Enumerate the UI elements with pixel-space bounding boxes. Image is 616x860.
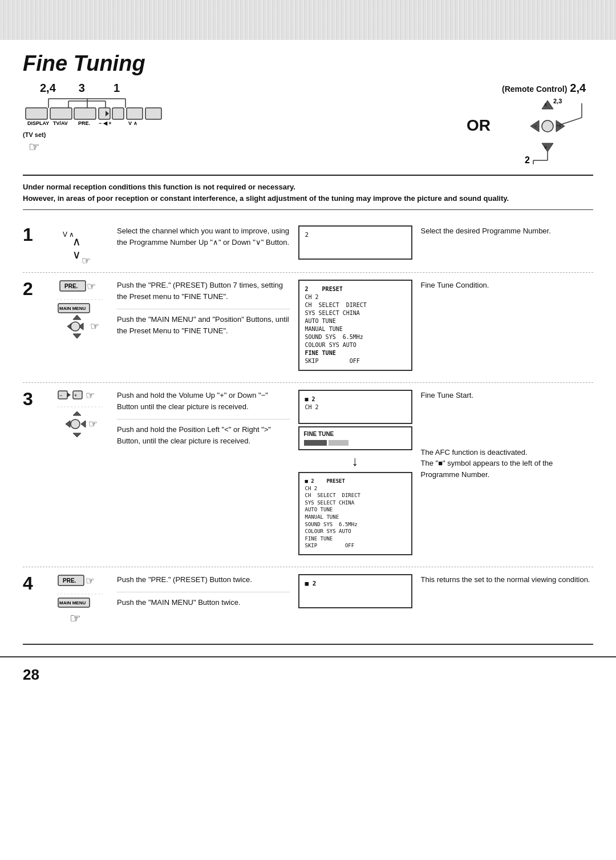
step-3-number: 3: [23, 390, 46, 408]
step-3-icons-svg: − + ☞ ☞: [57, 390, 103, 458]
svg-text:PRE.: PRE.: [78, 120, 90, 126]
label-1: 1: [114, 82, 120, 95]
step-3-description: Push and hold the Volume Up "+" or Down …: [117, 390, 290, 446]
svg-text:☞: ☞: [82, 255, 91, 265]
svg-text:☞: ☞: [86, 390, 95, 401]
sb4: SYS SELECT CHINA: [305, 499, 406, 507]
channel-buttons-icon: V ∧ ∧ ∨ ☞: [60, 225, 100, 265]
step-2-icons: PRE. ☞ MAIN MENU ☞: [51, 280, 108, 342]
svg-marker-62: [73, 433, 81, 437]
svg-text:PRE.: PRE.: [63, 578, 76, 584]
svg-text:−  ◀ +: − ◀ +: [99, 120, 112, 126]
s3l2: CH 2: [305, 403, 406, 411]
step-1-result: Select the desired Programme Number.: [421, 225, 594, 237]
step-4-sub2: Push the "MAIN MENU" Button twice.: [117, 592, 290, 608]
sb8: COLOUR SYS AUTO: [305, 528, 406, 535]
step-4-icons: PRE. ☞ MAIN MENU ☞: [51, 574, 108, 637]
top-pattern: [0, 0, 616, 40]
label-3: 3: [79, 82, 85, 95]
svg-point-26: [542, 120, 553, 132]
svg-text:+: +: [74, 393, 77, 398]
svg-text:PRE.: PRE.: [64, 283, 78, 289]
svg-line-31: [556, 118, 582, 126]
svg-marker-49: [73, 334, 81, 338]
svg-text:☞: ☞: [90, 321, 99, 332]
step-2-screen-box: 2 PRESET CH 2 CH SELECT DIRECT SYS SELEC…: [298, 280, 412, 371]
step-3-icons: − + ☞ ☞: [51, 390, 108, 458]
step-2-result: Fine Tune Condition.: [421, 280, 594, 291]
svg-rect-9: [74, 108, 96, 119]
sb6: MANUAL TUNE: [305, 514, 406, 521]
step-2-number: 2: [23, 280, 46, 298]
step-1: 1 V ∧ ∧ ∨ ☞ Select the channel which you…: [23, 219, 593, 273]
svg-text:∨: ∨: [544, 144, 548, 150]
sl1: 2 PRESET: [305, 285, 406, 293]
tv-set-svg: DISPLAY TV/AV PRE. − ◀ + V ∧: [23, 98, 194, 129]
description-text: Under normal reception conditions this f…: [23, 181, 593, 210]
svg-rect-12: [112, 108, 124, 119]
step-1-screen-box: 2: [298, 225, 412, 260]
svg-text:∧: ∧: [72, 235, 81, 248]
diagram-labels: 2,4 3 1: [23, 82, 455, 95]
step-4-sub1: Push the "PRE." (PRESET) Button twice.: [117, 574, 290, 586]
svg-text:∨: ∨: [72, 248, 81, 261]
tv-set-label: (TV set): [23, 131, 455, 138]
sb2: CH 2: [305, 485, 406, 492]
svg-rect-14: [145, 108, 161, 119]
page-wrapper: Fine Tuning 2,4 3 1: [0, 0, 616, 860]
step-2: 2 PRE. ☞ MAIN MENU: [23, 273, 593, 383]
step-3-result-main: Fine Tune Start.: [421, 390, 594, 401]
svg-marker-61: [81, 421, 86, 427]
step-2-screen: 2 PRESET CH 2 CH SELECT DIRECT SYS SELEC…: [298, 280, 412, 376]
sl8: COLOUR SYS AUTO: [305, 341, 406, 349]
step-1-number: 1: [23, 225, 46, 244]
bar-filled: [304, 440, 327, 446]
step-2-description: Push the "PRE." (PRESET) Button 7 times,…: [117, 280, 290, 336]
sl9: FINE TUNE: [305, 349, 406, 357]
svg-text:∧: ∧: [544, 102, 548, 107]
page-footer: 28: [0, 656, 616, 692]
sb7: SOUND SYS 6.5MHz: [305, 521, 406, 528]
svg-rect-8: [50, 108, 72, 119]
sl2: CH 2: [305, 293, 406, 301]
remote-control-svg: 2,3 2 ∧ ＜ ＞ ∨: [502, 95, 593, 169]
step-1-icons: V ∧ ∧ ∨ ☞: [51, 225, 108, 265]
page-title: Fine Tuning: [23, 51, 593, 76]
svg-text:MAIN MENU: MAIN MENU: [59, 600, 86, 605]
svg-text:MAIN MENU: MAIN MENU: [59, 306, 86, 311]
fine-tune-bar: [304, 440, 407, 446]
svg-point-63: [71, 419, 80, 429]
desc-line1: Under normal reception conditions this f…: [23, 181, 593, 193]
sl7: SOUND SYS 6.5MHz: [305, 333, 406, 341]
step-3-result: Fine Tune Start. The AFC function is dea…: [421, 390, 594, 480]
diagram-left: 2,4 3 1: [23, 82, 455, 155]
step-2-icons-svg: PRE. ☞ MAIN MENU ☞: [57, 280, 103, 342]
sl5: AUTO TUNE: [305, 317, 406, 325]
svg-marker-46: [73, 315, 81, 320]
sl6: MANUAL TUNE: [305, 325, 406, 333]
step-3-sub2: Push and hold the Position Left "<" or R…: [117, 419, 290, 446]
sl3: CH SELECT DIRECT: [305, 301, 406, 309]
step-3-screen: ■ 2 CH 2 FINE TUNE ↓: [298, 390, 412, 560]
step-4-screen-box: ■ 2: [298, 574, 412, 608]
s4l1: ■ 2: [305, 580, 406, 587]
sb3: CH SELECT DIRECT: [305, 492, 406, 499]
step-2-sub1: Push the "PRE." (PRESET) Button 7 times,…: [117, 280, 290, 302]
step-4-number: 4: [23, 574, 46, 592]
svg-marker-60: [66, 421, 70, 427]
step-4-result: This returns the set to the normal viewi…: [421, 574, 594, 586]
svg-text:＜: ＜: [533, 123, 538, 129]
page-number: 28: [23, 666, 39, 684]
step-3-fine-tune-box: FINE TUNE: [298, 426, 412, 450]
down-arrow: ↓: [298, 453, 412, 469]
svg-text:2,3: 2,3: [553, 98, 562, 104]
svg-marker-54: [67, 393, 71, 397]
steps-container: 1 V ∧ ∧ ∨ ☞ Select the channel which you…: [23, 219, 593, 645]
main-content: Fine Tuning 2,4 3 1: [0, 46, 616, 656]
sl10: SKIP OFF: [305, 357, 406, 365]
sb5: AUTO TUNE: [305, 506, 406, 514]
svg-text:DISPLAY: DISPLAY: [27, 120, 49, 126]
fine-tune-label: FINE TUNE: [304, 431, 407, 437]
svg-text:TV/AV: TV/AV: [53, 120, 68, 126]
sb9: FINE TUNE: [305, 535, 406, 543]
